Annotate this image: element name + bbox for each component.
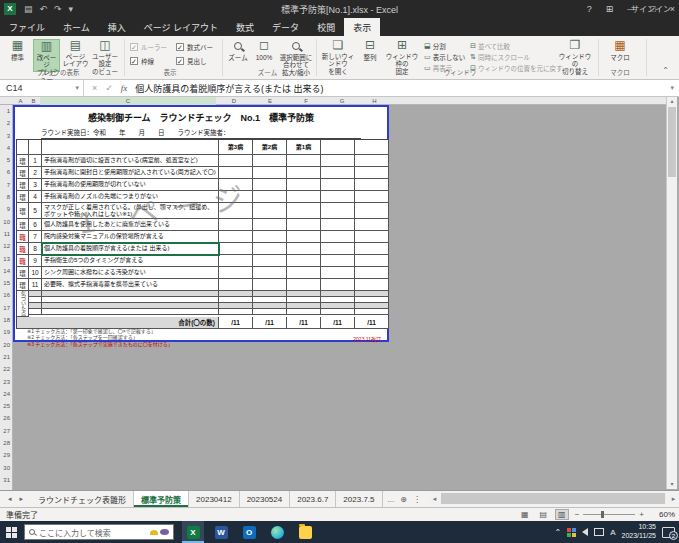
sheet-tab[interactable]: 標準予防策 [134,491,189,507]
score-cell[interactable] [321,179,355,191]
score-cell[interactable] [287,203,321,219]
total-value-cell[interactable]: /11 [253,317,287,329]
hide-button[interactable]: ▭表示しない [424,52,465,62]
sheet-tab-menu-icon[interactable]: ⋮ [413,495,421,504]
cancel-icon[interactable]: × [92,83,97,93]
switch-windows-button[interactable]: ❐ ウィンドウの 切り替え [556,39,594,72]
enter-icon[interactable]: ✓ [105,83,113,93]
taskbar-explorer-button[interactable] [294,521,316,543]
row-header[interactable]: 30 [0,462,12,474]
taskbar-outlook-button[interactable]: O [238,521,260,543]
item-text-cell[interactable]: シンク周囲に水撥ねによる汚染がない [42,267,219,279]
ward-column-header[interactable]: 第3病 [219,140,253,155]
item-text-cell[interactable]: マスクが正しく着用されている。(鼻出し、顎マスク、紐緩め、ポケットや箱へ入れはし… [42,203,219,219]
ribbon-tab[interactable]: ページ レイアウト [135,18,227,36]
number-cell[interactable]: 10 [29,267,42,279]
score-cell[interactable] [355,155,389,167]
number-cell[interactable]: 4 [29,191,42,203]
score-cell[interactable] [219,255,253,267]
category-cell[interactable]: 環 [17,155,29,167]
ribbon-tab[interactable]: 表示 [344,18,380,36]
vertical-scrollbar[interactable]: ▴ ▾ [666,97,677,489]
score-cell[interactable] [219,179,253,191]
total-value-cell[interactable]: /11 [321,317,355,329]
score-cell[interactable] [321,191,355,203]
category-cell[interactable]: 環 [17,203,29,219]
score-cell[interactable] [287,191,321,203]
ime-indicator[interactable]: A [610,528,615,537]
item-text-cell[interactable]: 手指消毒剤の使用期限が切れていない [42,179,219,191]
score-cell[interactable] [321,167,355,179]
column-header[interactable]: D [216,97,252,105]
notes-row[interactable] [29,309,389,315]
row-header[interactable]: 20 [0,339,12,351]
item-text-cell[interactable]: 個人防護具の着脱順序が言える(または 出来る) [42,243,219,255]
score-cell[interactable] [321,219,355,231]
arrange-all-button[interactable]: ⊟ 整列 [358,39,382,72]
ribbon-tab[interactable]: 校閲 [308,18,344,36]
row-header[interactable]: 22 [0,363,12,375]
gridlines-checkbox[interactable]: ✓ 枠線 [130,56,154,66]
tray-chevron-icon[interactable]: ⌃ [554,528,561,537]
item-text-cell[interactable]: 手指衛生の5つのタイミングが言える [42,255,219,267]
taskbar-clock[interactable]: 10:35 2023/11/25 [621,523,656,541]
ward-column-header[interactable] [321,140,355,155]
sheet-tab[interactable]: 20230412 [189,491,240,507]
taskbar-excel-button[interactable]: X [182,521,204,543]
ribbon-tab[interactable]: 挿入 [99,18,135,36]
score-cell[interactable] [219,155,253,167]
score-cell[interactable] [321,267,355,279]
score-cell[interactable] [253,279,287,291]
row-header[interactable]: 29 [0,449,12,461]
split-button[interactable]: ⬓分割 [424,41,446,51]
vertical-scroll-thumb[interactable] [668,107,676,177]
scroll-up-icon[interactable]: ▴ [667,97,677,106]
header-cell-item[interactable] [42,140,219,155]
item-text-cell[interactable]: 院内感染対策マニュアルの保管場所が言える [42,231,219,243]
scroll-right-icon[interactable]: ▸ [668,491,679,506]
total-value-cell[interactable]: /11 [355,317,389,329]
sheet-tab[interactable]: 2023.6.7 [290,491,336,507]
score-cell[interactable] [321,279,355,291]
category-cell[interactable]: 職 [17,231,29,243]
taskbar-search-input[interactable]: ここに入力して検索 [24,524,174,540]
number-cell[interactable]: 1 [29,155,42,167]
item-text-cell[interactable]: 手指消毒剤が適切に設置されている(病室前、処置室など) [42,155,219,167]
news-weather-icon-2[interactable] [160,529,169,535]
row-header[interactable]: 18 [0,314,12,326]
column-header[interactable]: F [288,97,324,105]
score-cell[interactable] [219,203,253,219]
column-header[interactable]: G [324,97,360,105]
score-cell[interactable] [287,155,321,167]
row-header[interactable]: 28 [0,437,12,449]
row-header[interactable]: 14 [0,265,12,277]
redo-icon[interactable]: ↷ [54,4,62,14]
row-header[interactable]: 23 [0,376,12,388]
ward-column-header[interactable]: 第1病 [287,140,321,155]
row-header[interactable]: 2 [0,117,12,129]
insert-function-icon[interactable]: fx [121,83,128,93]
item-text-cell[interactable]: 個人防護具を使用したあとに廃棄が出来ている [42,219,219,231]
worksheet-page[interactable]: 感染制御チーム ラウンドチェック No.1 標準予防策 ラウンド実施日：令和 年… [13,105,389,342]
number-cell[interactable]: 9 [29,255,42,267]
number-cell[interactable]: 3 [29,179,42,191]
score-cell[interactable] [355,203,389,219]
column-header[interactable]: A [14,97,27,105]
number-cell[interactable]: 7 [29,231,42,243]
formula-input[interactable]: 個人防護具の着脱順序が言える(または 出来る) [135,82,323,95]
formula-bar-expand-icon[interactable]: ▾ [670,84,674,92]
column-header[interactable]: B [27,97,40,105]
category-cell[interactable]: 環 [17,279,29,291]
ribbon-display-options-button[interactable]: ⊞ [606,4,614,14]
headings-checkbox[interactable]: ✓ 見出し [176,56,207,66]
ribbon-tab[interactable]: ファイル [0,18,54,36]
row-header[interactable]: 1 [0,105,12,117]
row-header[interactable]: 4 [0,142,12,154]
row-header[interactable]: 27 [0,425,12,437]
score-cell[interactable] [355,231,389,243]
category-cell[interactable]: 環 [17,191,29,203]
taskbar-edge-button[interactable] [266,521,288,543]
ward-column-header[interactable]: 第2病 [253,140,287,155]
row-header[interactable]: 11 [0,228,12,240]
normal-view-toggle-icon[interactable]: ▦ [519,510,531,519]
